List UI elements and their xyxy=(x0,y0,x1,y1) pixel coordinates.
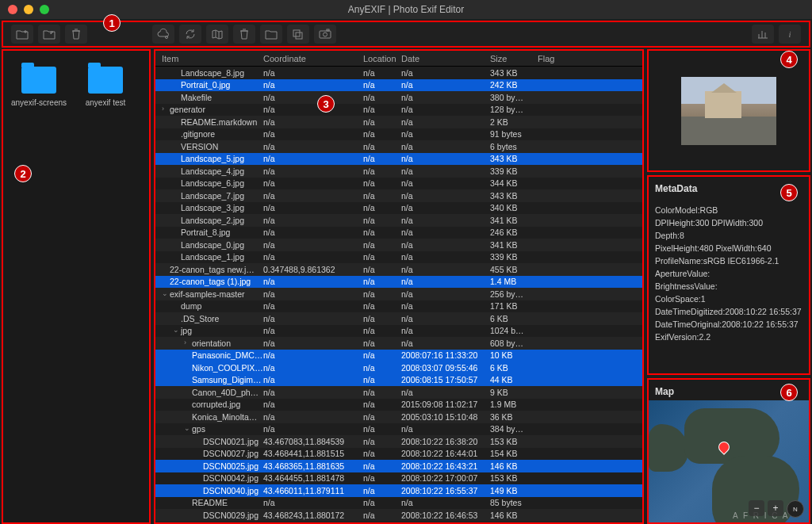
col-coord[interactable]: Coordinate xyxy=(263,54,363,63)
cell-coord: n/a xyxy=(263,400,363,409)
map-zoom-in[interactable]: + xyxy=(768,500,783,516)
table-row[interactable]: Landscape_1.jpgn/an/an/a339 KB xyxy=(155,251,642,264)
map-button[interactable] xyxy=(206,25,228,44)
info-button[interactable]: i xyxy=(779,25,801,44)
col-item[interactable]: Item xyxy=(155,54,263,63)
map-area[interactable]: A F R I C A − + N xyxy=(649,400,809,522)
table-row[interactable]: Landscape_7.jpgn/an/an/a343 KB xyxy=(155,189,642,202)
cell-item: DSCN0042.jpg xyxy=(155,473,263,483)
col-loc[interactable]: Location xyxy=(363,54,401,63)
table-row[interactable]: .gitignoren/an/an/a91 bytes xyxy=(155,128,642,141)
table-row[interactable]: Landscape_0.jpgn/an/an/a341 KB xyxy=(155,239,642,251)
table-row[interactable]: Landscape_6.jpgn/an/an/a344 KB xyxy=(155,178,642,190)
table-row[interactable]: Portrait_8.jpgn/an/an/a246 KB xyxy=(155,227,642,239)
cell-size: 1.9 MB xyxy=(490,400,538,409)
cell-date: n/a xyxy=(401,80,490,90)
table-row[interactable]: Samsung_Digim…n/an/a2006:08:15 17:50:574… xyxy=(155,374,642,387)
cell-item: README.markdown xyxy=(155,117,263,127)
table-row[interactable]: ›orientationn/an/an/a608 by… xyxy=(155,337,642,350)
item-name: .gitignore xyxy=(181,129,215,139)
table-row[interactable]: ⌄gpsn/an/an/a384 by… xyxy=(155,423,642,436)
table-row[interactable]: READMEn/an/an/a85 bytes xyxy=(155,497,642,510)
table-row[interactable]: DSCN0021.jpg43.467083,11.884539n/a2008:1… xyxy=(155,435,642,448)
cell-item: VERSION xyxy=(155,142,263,151)
disclosure-icon[interactable]: › xyxy=(184,338,192,348)
cell-size: 341 KB xyxy=(490,216,538,225)
table-row[interactable]: corrupted.jpgn/an/a2015:09:08 11:02:171.… xyxy=(155,399,642,411)
disclosure-icon[interactable]: › xyxy=(162,105,170,114)
table-row[interactable]: dumpn/an/an/a171 KB xyxy=(155,300,642,313)
table-row[interactable]: Landscape_2.jpgn/an/an/a341 KB xyxy=(155,214,642,227)
table-row[interactable]: Landscape_4.jpgn/an/an/a339 KB xyxy=(155,165,642,178)
sidebar-folder-1[interactable]: anyexif test xyxy=(79,67,132,107)
table-row[interactable]: README.markdownn/an/an/a2 KB xyxy=(155,116,642,128)
trash-button[interactable] xyxy=(65,25,87,44)
table-row[interactable]: DSCN0012.jpg43.464715,11.885395n/a2008:1… xyxy=(155,522,642,523)
close-window-button[interactable] xyxy=(8,5,17,14)
cell-coord: n/a xyxy=(263,203,363,212)
rotate-button[interactable] xyxy=(179,25,201,44)
camera-button[interactable] xyxy=(314,25,336,44)
table-row[interactable]: DSCN0040.jpg43.466011,11.879111n/a2008:1… xyxy=(155,484,642,497)
item-name: generator xyxy=(170,105,205,114)
cell-item: Canon_40D_ph… xyxy=(155,388,263,397)
map-zoom-out[interactable]: − xyxy=(749,500,764,516)
table-row[interactable]: ›generatorn/an/an/a128 by… xyxy=(155,104,642,117)
cell-loc: n/a xyxy=(363,154,401,163)
disclosure-icon[interactable]: ⌄ xyxy=(184,424,192,434)
table-row[interactable]: ⌄jpgn/an/an/a1024 b… xyxy=(155,325,642,338)
cloud-button[interactable] xyxy=(152,25,174,44)
table-row[interactable]: Makefilen/an/an/a380 by… xyxy=(155,91,642,104)
table-row[interactable]: DSCN0029.jpg43.468243,11.880172n/a2008:1… xyxy=(155,509,642,522)
table-row[interactable]: Landscape_5.jpgn/an/an/a343 KB xyxy=(155,153,642,166)
table-row[interactable]: DSCN0025.jpg43.468365,11.881635n/a2008:1… xyxy=(155,460,642,472)
item-name: DSCN0029.jpg xyxy=(203,511,259,520)
table-row[interactable]: VERSIONn/an/an/a6 bytes xyxy=(155,140,642,153)
svg-point-0 xyxy=(166,36,168,39)
open-folder-button[interactable] xyxy=(38,25,60,44)
chart-button[interactable] xyxy=(752,25,774,44)
col-flag[interactable]: Flag xyxy=(538,54,569,63)
add-folder-button[interactable] xyxy=(11,25,33,44)
cell-loc: n/a xyxy=(363,388,401,397)
disclosure-icon[interactable]: ⌄ xyxy=(162,289,170,299)
metadata-line: ColorSpace:1 xyxy=(655,293,802,305)
table-row[interactable]: Konica_Minolta…n/an/a2005:03:10 15:10:48… xyxy=(155,411,642,423)
table-row[interactable]: ⌄exif-samples-mastern/an/an/a256 by… xyxy=(155,288,642,300)
col-date[interactable]: Date xyxy=(401,54,490,63)
annotation-badge-1: 1 xyxy=(103,14,121,32)
cell-coord: n/a xyxy=(263,154,363,163)
folder-button[interactable] xyxy=(260,25,282,44)
table-row[interactable]: .DS_Storen/an/an/a6 KB xyxy=(155,312,642,325)
item-name: README xyxy=(192,498,228,507)
cell-item: Konica_Minolta… xyxy=(155,412,263,422)
table-row[interactable]: 22-canon_tags new.j…0.347488,9.861362n/a… xyxy=(155,263,642,276)
table-row[interactable]: Landscape_8.jpgn/an/an/a343 KB xyxy=(155,67,642,79)
copy-button[interactable] xyxy=(287,25,309,44)
table-row[interactable]: DSCN0042.jpg43.464455,11.881478n/a2008:1… xyxy=(155,472,642,485)
table-row[interactable]: Portrait_0.jpgn/an/an/a242 KB xyxy=(155,79,642,92)
table-row[interactable]: 22-canon_tags (1).jpgn/an/an/a1.4 MB xyxy=(155,276,642,289)
table-body[interactable]: Landscape_8.jpgn/an/an/a343 KBPortrait_0… xyxy=(155,67,642,522)
cell-size: 380 by… xyxy=(490,93,538,102)
map-compass[interactable]: N xyxy=(787,500,804,518)
cell-loc: n/a xyxy=(363,350,401,360)
cell-item: Landscape_4.jpg xyxy=(155,166,263,176)
disclosure-icon xyxy=(184,412,192,422)
item-name: DSCN0021.jpg xyxy=(203,437,259,446)
table-row[interactable]: Panasonic_DMC…n/an/a2008:07:16 11:33:201… xyxy=(155,350,642,362)
delete-button[interactable] xyxy=(233,25,255,44)
table-row[interactable]: DSCN0027.jpg43.468441,11.881515n/a2008:1… xyxy=(155,448,642,461)
cell-size: 256 by… xyxy=(490,289,538,299)
sidebar-folder-0[interactable]: anyexif-screensho xyxy=(13,67,65,107)
minimize-window-button[interactable] xyxy=(24,5,33,14)
disclosure-icon[interactable]: ⌄ xyxy=(173,326,181,335)
cell-loc: n/a xyxy=(363,461,401,471)
col-size[interactable]: Size xyxy=(490,54,538,63)
cell-loc: n/a xyxy=(363,178,401,188)
table-row[interactable]: Canon_40D_ph…n/an/an/a9 KB xyxy=(155,386,642,399)
table-row[interactable]: Landscape_3.jpgn/an/an/a340 KB xyxy=(155,202,642,215)
cell-loc: n/a xyxy=(363,142,401,151)
zoom-window-button[interactable] xyxy=(40,5,49,14)
table-row[interactable]: Nikon_COOLPIX…n/an/a2008:03:07 09:55:466… xyxy=(155,361,642,374)
